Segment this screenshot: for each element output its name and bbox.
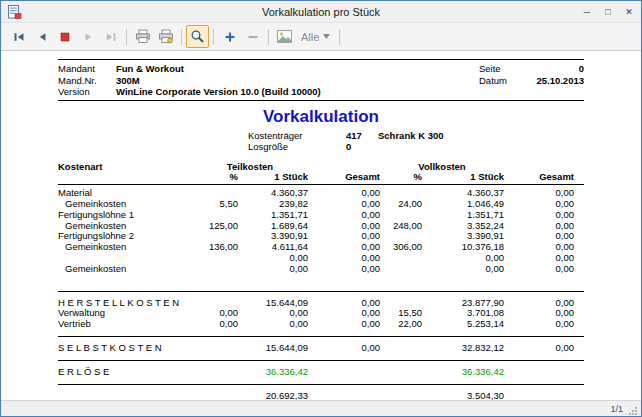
- losgroesse-value: 0: [346, 141, 378, 152]
- report-preview-window: Vorkalkulation pro Stück ─ □ ✕: [0, 0, 642, 417]
- section-divider: [58, 291, 584, 292]
- seite-value: 0: [579, 63, 584, 75]
- table-row: Material 4.360,37 0,00 4.360,37 0,00: [58, 188, 584, 199]
- chevron-down-icon: [323, 34, 330, 39]
- print-button[interactable]: [131, 25, 154, 48]
- image-export-button[interactable]: [273, 25, 296, 48]
- magnifier-icon: [190, 29, 205, 44]
- seite-label: Seite: [479, 63, 501, 75]
- zoom-button[interactable]: [186, 25, 209, 48]
- mandnr-value: 300M: [116, 75, 140, 87]
- cell-teil-pct: [192, 391, 238, 400]
- version-value: WinLine Corporate Version 10.0 (Build 10…: [116, 86, 321, 98]
- mandnr-label: Mand.Nr.: [58, 75, 116, 87]
- printer-icon: [135, 29, 151, 44]
- cell-teil-pct: [192, 343, 238, 354]
- resize-grip[interactable]: [627, 405, 638, 416]
- maximize-button[interactable]: □: [602, 7, 614, 17]
- last-page-icon: [104, 30, 118, 44]
- cell-kostenart: [58, 391, 192, 400]
- table-row: Gemeinkosten 0,00 0,00 0,00 0,00: [58, 264, 584, 275]
- zoom-in-button[interactable]: [218, 25, 241, 48]
- next-page-button[interactable]: [76, 25, 99, 48]
- toolbar-separator: [213, 29, 214, 45]
- cell-teil-pct: 136,00: [192, 242, 238, 253]
- cell-teil-pct: 0,00: [192, 319, 238, 330]
- zoom-out-button[interactable]: [241, 25, 264, 48]
- page-range-dropdown[interactable]: Alle: [296, 26, 335, 47]
- toolbar-separator: [181, 29, 182, 45]
- cell-teil-pct: [192, 253, 238, 264]
- toolbar: Alle: [1, 22, 641, 51]
- col-pct-teil: %: [192, 172, 238, 183]
- last-page-button[interactable]: [99, 25, 122, 48]
- datum-value: 25.10.2013: [536, 75, 584, 87]
- table-row: 20.692,33 3.504,30: [58, 391, 584, 400]
- table-row: Gemeinkosten 136,00 4.611,64 0,00 306,00…: [58, 242, 584, 253]
- col-stueck-voll: 1 Stück: [422, 172, 504, 183]
- report-header: Mandant Fun & Workout Mand.Nr. 300M Vers…: [58, 60, 584, 100]
- cell-teil-gesamt: 0,00: [308, 319, 380, 330]
- kostentraeger-label: Kostenträger: [248, 130, 346, 141]
- cell-voll-gesamt: 0,00: [504, 264, 586, 275]
- section-divider: [58, 336, 584, 337]
- next-page-icon: [81, 30, 95, 44]
- kostentraeger-name: Schrank K 300: [378, 130, 443, 141]
- version-label: Version: [58, 86, 116, 98]
- previous-page-button[interactable]: [30, 25, 53, 48]
- stop-button[interactable]: [53, 25, 76, 48]
- cell-voll-pct: 306,00: [380, 242, 422, 253]
- cell-voll-pct: 248,00: [380, 221, 422, 232]
- cell-teil-pct: [192, 264, 238, 275]
- first-page-button[interactable]: [7, 25, 30, 48]
- cell-voll-pct: [380, 391, 422, 400]
- cell-kostenart: E R L Ö S E: [58, 367, 192, 378]
- window-title: Vorkalkulation pro Stück: [1, 6, 641, 18]
- col-gesamt-teil: Gesamt: [308, 172, 380, 183]
- report-app-icon: [7, 5, 22, 19]
- previous-page-icon: [35, 30, 49, 44]
- col-stueck-teil: 1 Stück: [238, 172, 308, 183]
- mandant-value: Fun & Workout: [116, 63, 184, 75]
- cell-teil-stueck: 0,00: [238, 319, 308, 330]
- cell-teil-pct: 5,50: [192, 199, 238, 210]
- section-divider: [58, 360, 584, 361]
- cell-voll-pct: [380, 367, 422, 378]
- group-vollkosten: Vollkosten: [380, 161, 504, 172]
- cell-teil-gesamt: 0,00: [308, 264, 380, 275]
- stop-icon: [58, 30, 72, 44]
- cell-voll-stueck: 5.253,14: [422, 319, 504, 330]
- window-controls: ─ □ ✕: [581, 7, 635, 17]
- group-teilkosten: Teilkosten: [192, 161, 308, 172]
- cell-kostenart: Gemeinkosten: [58, 242, 192, 253]
- report-table-body: Material 4.360,37 0,00 4.360,37 0,00 Gem…: [58, 188, 584, 400]
- section-divider: [58, 384, 584, 385]
- table-row: Gemeinkosten 5,50 239,82 0,00 24,00 1.04…: [58, 199, 584, 210]
- page-range-label: Alle: [301, 31, 319, 43]
- cell-teil-stueck: 0,00: [238, 264, 308, 275]
- cell-teil-stueck: 15.644,09: [238, 343, 308, 354]
- cell-voll-pct: 22,00: [380, 319, 422, 330]
- losgroesse-row: Losgröße 0: [248, 141, 584, 152]
- statusbar: 1/1: [1, 400, 641, 416]
- cell-voll-pct: [380, 264, 422, 275]
- cell-voll-gesamt: 0,00: [504, 319, 586, 330]
- minimize-button[interactable]: ─: [581, 7, 593, 17]
- first-page-icon: [12, 30, 26, 44]
- col-gesamt-voll: Gesamt: [504, 172, 586, 183]
- cell-voll-pct: [380, 343, 422, 354]
- cell-voll-gesamt: [504, 391, 586, 400]
- table-column-header: % 1 Stück Gesamt % 1 Stück Gesamt: [58, 172, 584, 183]
- print-setup-button[interactable]: [154, 25, 177, 48]
- cell-voll-pct: [380, 253, 422, 264]
- titlebar[interactable]: Vorkalkulation pro Stück ─ □ ✕: [1, 1, 641, 22]
- image-icon: [277, 30, 292, 43]
- cell-teil-gesamt: [308, 367, 380, 378]
- kostentraeger-value: 417: [346, 130, 378, 141]
- cell-teil-gesamt: 0,00: [308, 343, 380, 354]
- cell-voll-pct: 24,00: [380, 199, 422, 210]
- toolbar-separator: [268, 29, 269, 45]
- cell-voll-gesamt: [504, 367, 586, 378]
- close-button[interactable]: ✕: [623, 7, 635, 17]
- report-page: Mandant Fun & Workout Mand.Nr. 300M Vers…: [1, 51, 641, 400]
